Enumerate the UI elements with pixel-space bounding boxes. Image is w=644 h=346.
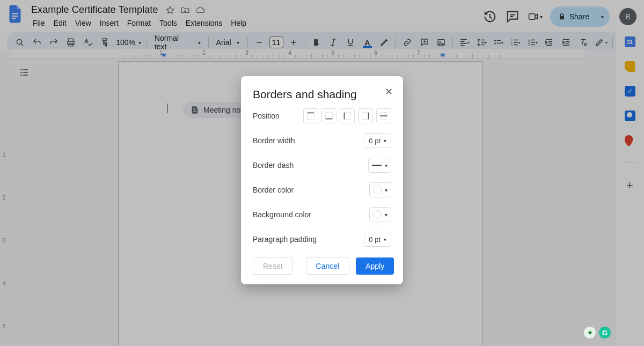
floating-badges: ✦ G xyxy=(584,327,611,338)
maps-addon-icon[interactable] xyxy=(625,135,635,146)
label-border-width: Border width xyxy=(253,136,295,145)
border-between-button[interactable] xyxy=(376,108,391,123)
add-comment-icon[interactable] xyxy=(416,34,433,50)
paragraph-style-selector[interactable]: Normal text▾ xyxy=(150,34,205,51)
docs-logo[interactable] xyxy=(5,3,25,25)
undo-icon[interactable] xyxy=(29,34,45,50)
menu-help[interactable]: Help xyxy=(227,17,250,30)
menu-format[interactable]: Format xyxy=(123,17,155,30)
explore-badge-icon[interactable]: ✦ xyxy=(584,327,596,338)
share-dropdown[interactable]: ▾ xyxy=(595,11,606,23)
svg-rect-28 xyxy=(380,115,387,116)
italic-icon[interactable] xyxy=(325,34,341,50)
svg-rect-10 xyxy=(293,40,294,45)
checklist-icon[interactable]: ▾ xyxy=(490,34,506,50)
grammarly-badge-icon[interactable]: G xyxy=(599,327,611,338)
reset-button[interactable]: Reset xyxy=(253,257,293,275)
share-button[interactable]: Share ▾ xyxy=(550,6,610,27)
insert-link-icon[interactable] xyxy=(399,34,415,50)
svg-point-12 xyxy=(440,41,441,42)
svg-point-15 xyxy=(511,45,513,46)
svg-point-4 xyxy=(17,39,21,44)
cancel-button[interactable]: Cancel xyxy=(306,257,350,275)
get-addons-icon[interactable]: + xyxy=(626,179,633,193)
font-selector[interactable]: Arial▾ xyxy=(212,38,244,47)
dialog-title: Borders and shading xyxy=(253,88,391,101)
calendar-addon-icon[interactable] xyxy=(625,36,635,47)
spellcheck-icon[interactable] xyxy=(80,34,96,50)
decrease-indent-icon[interactable] xyxy=(541,34,557,50)
increase-font-icon[interactable] xyxy=(286,34,302,50)
background-color-selector[interactable]: ▾ xyxy=(369,207,391,222)
zoom-value: 100% xyxy=(116,38,135,47)
paragraph-style-value: Normal text xyxy=(155,34,193,51)
align-icon[interactable]: ▾ xyxy=(456,34,472,50)
label-background-color: Background color xyxy=(253,210,311,219)
paragraph-padding-selector[interactable]: 0 pt▾ xyxy=(364,232,391,247)
vertical-ruler[interactable]: 123456 xyxy=(2,60,9,346)
zoom-selector[interactable]: 100%▾ xyxy=(114,38,143,47)
meet-button[interactable]: ▾ xyxy=(528,9,543,24)
svg-text:3: 3 xyxy=(528,43,530,46)
horizontal-ruler[interactable]: 1234567 xyxy=(11,49,585,59)
border-dash-selector[interactable]: ▾ xyxy=(368,158,391,173)
menu-extensions[interactable]: Extensions xyxy=(182,17,226,30)
text-color-icon[interactable]: A xyxy=(360,34,376,50)
highlight-color-icon[interactable] xyxy=(376,34,392,50)
line-spacing-icon[interactable]: ▾ xyxy=(473,34,489,50)
svg-rect-2 xyxy=(12,18,16,19)
menu-file[interactable]: File xyxy=(29,17,49,30)
border-left-button[interactable] xyxy=(340,108,355,123)
menu-bar: File Edit View Insert Format Tools Exten… xyxy=(29,16,478,30)
redo-icon[interactable] xyxy=(46,34,62,50)
star-icon[interactable] xyxy=(165,5,175,16)
keep-addon-icon[interactable] xyxy=(625,61,635,72)
svg-rect-3 xyxy=(529,14,535,20)
print-icon[interactable] xyxy=(63,34,79,50)
font-size-input[interactable] xyxy=(269,36,283,48)
search-menus-icon[interactable] xyxy=(12,34,28,50)
border-width-value: 0 pt xyxy=(369,137,380,145)
document-title[interactable]: Example Certificate Template xyxy=(29,4,160,16)
share-label: Share xyxy=(569,12,589,21)
underline-icon[interactable] xyxy=(342,34,358,50)
menu-edit[interactable]: Edit xyxy=(50,17,70,30)
comments-icon[interactable] xyxy=(505,9,520,24)
editing-mode-icon[interactable]: ▾ xyxy=(594,34,610,50)
history-icon[interactable] xyxy=(482,9,497,24)
menu-tools[interactable]: Tools xyxy=(156,17,181,30)
account-avatar[interactable]: B xyxy=(619,8,636,25)
borders-and-shading-dialog: ✕ Borders and shading Position Border wi… xyxy=(241,76,403,284)
show-outline-icon[interactable] xyxy=(15,63,33,82)
svg-rect-5 xyxy=(68,39,73,41)
side-panel: + xyxy=(615,29,644,346)
bulleted-list-icon[interactable]: ▾ xyxy=(507,34,523,50)
border-color-selector[interactable]: ▾ xyxy=(369,182,391,197)
cloud-status-icon[interactable] xyxy=(195,5,206,16)
clear-formatting-icon[interactable] xyxy=(575,34,591,50)
paint-format-icon[interactable] xyxy=(97,34,113,50)
contacts-addon-icon[interactable] xyxy=(625,111,635,121)
border-right-button[interactable] xyxy=(358,108,373,123)
svg-rect-1 xyxy=(12,16,18,17)
font-value: Arial xyxy=(216,38,231,47)
move-icon[interactable] xyxy=(180,5,191,16)
bold-icon[interactable] xyxy=(309,34,325,50)
menu-view[interactable]: View xyxy=(71,17,95,30)
tasks-addon-icon[interactable] xyxy=(625,86,635,97)
insert-image-icon[interactable] xyxy=(433,34,449,50)
svg-point-13 xyxy=(511,40,513,41)
decrease-font-icon[interactable] xyxy=(251,34,267,50)
numbered-list-icon[interactable]: 123▾ xyxy=(524,34,540,50)
label-border-color: Border color xyxy=(253,186,294,194)
border-width-selector[interactable]: 0 pt▾ xyxy=(364,133,391,148)
border-bottom-button[interactable] xyxy=(321,108,336,123)
menu-insert[interactable]: Insert xyxy=(96,17,122,30)
titlebar: Example Certificate Template File Edit V… xyxy=(0,0,644,30)
increase-indent-icon[interactable] xyxy=(558,34,574,50)
label-border-dash: Border dash xyxy=(253,161,294,170)
border-top-button[interactable] xyxy=(303,108,318,123)
apply-button[interactable]: Apply xyxy=(356,257,394,275)
svg-rect-26 xyxy=(362,113,368,120)
close-icon[interactable]: ✕ xyxy=(382,85,396,99)
